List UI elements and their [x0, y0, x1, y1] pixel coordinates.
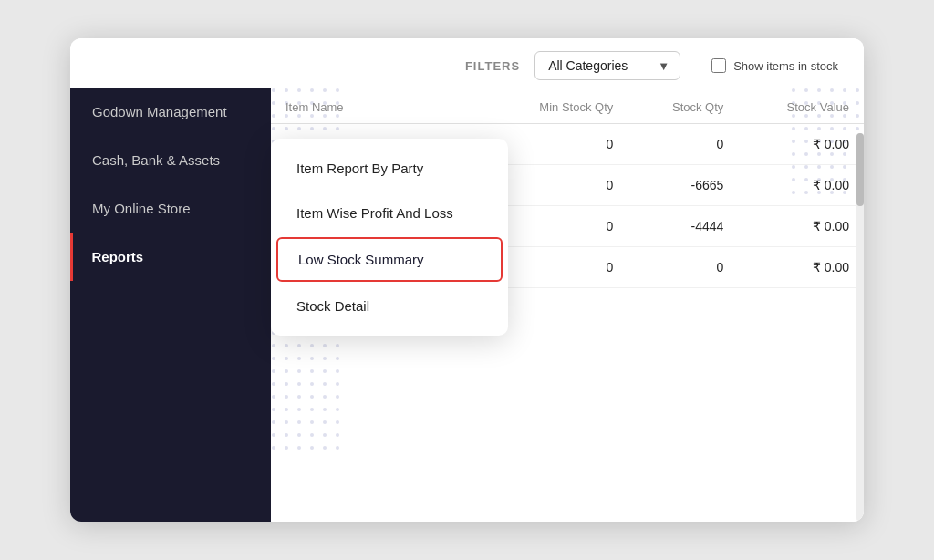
cell-stock-value: ₹ 0.00 — [738, 124, 864, 165]
col-min-stock-qty: Min Stock Qty — [487, 88, 628, 124]
col-stock-value: Stock Value — [738, 88, 864, 124]
show-items-checkbox[interactable] — [711, 58, 726, 73]
submenu-item-item-wise-profit[interactable]: Item Wise Profit And Loss — [271, 191, 508, 235]
col-stock-qty: Stock Qty — [628, 88, 738, 124]
main-area: Godown Management Cash, Bank & Assets My… — [70, 88, 864, 522]
cell-stock-qty: -6665 — [628, 165, 738, 206]
sidebar-item-cash[interactable]: Cash, Bank & Assets — [70, 136, 271, 184]
cell-stock-value: ₹ 0.00 — [738, 247, 864, 288]
scrollbar-track[interactable] — [856, 133, 864, 522]
top-bar: FILTERS All Categories Medicine General … — [70, 38, 864, 88]
filters-label: FILTERS — [465, 59, 520, 73]
sidebar: Godown Management Cash, Bank & Assets My… — [70, 88, 271, 522]
submenu-item-low-stock-summary[interactable]: Low Stock Summary — [276, 237, 503, 282]
col-item-name: Item Name — [271, 88, 487, 124]
show-items-label[interactable]: Show items in stock — [711, 58, 838, 73]
cell-stock-qty: -4444 — [628, 206, 738, 247]
show-items-text: Show items in stock — [733, 59, 838, 73]
sidebar-item-reports[interactable]: Reports — [70, 233, 271, 281]
submenu-item-item-report-party[interactable]: Item Report By Party — [271, 146, 508, 191]
cell-stock-qty: 0 — [628, 247, 738, 288]
cell-stock-qty: 0 — [628, 124, 738, 165]
cell-stock-value: ₹ 0.00 — [738, 165, 864, 206]
sidebar-item-store[interactable]: My Online Store — [70, 184, 271, 233]
category-dropdown[interactable]: All Categories Medicine General — [534, 51, 680, 80]
submenu-dropdown: Item Report By Party Item Wise Profit An… — [271, 139, 508, 336]
table-header-row: Item Name Min Stock Qty Stock Qty Stock … — [271, 88, 864, 124]
submenu-item-stock-detail[interactable]: Stock Detail — [271, 284, 508, 328]
app-window: FILTERS All Categories Medicine General … — [70, 38, 864, 522]
cell-stock-value: ₹ 0.00 — [738, 206, 864, 247]
sidebar-item-godown[interactable]: Godown Management — [70, 88, 271, 136]
category-dropdown-wrap[interactable]: All Categories Medicine General ▼ — [534, 51, 680, 80]
scrollbar-thumb[interactable] — [856, 133, 864, 206]
